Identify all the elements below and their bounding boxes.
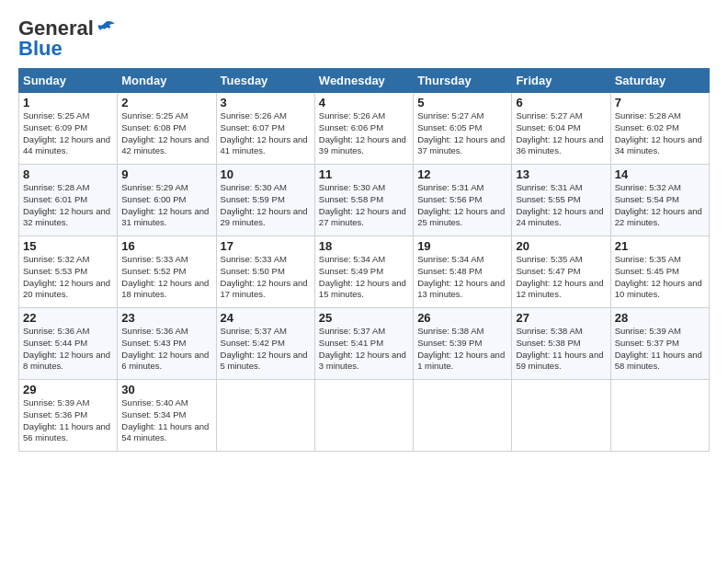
logo-bird-icon xyxy=(96,20,116,37)
day-cell: 28 Sunrise: 5:39 AM Sunset: 5:37 PM Dayl… xyxy=(610,308,709,380)
day-cell xyxy=(512,380,610,452)
day-info: Sunrise: 5:25 AM Sunset: 6:08 PM Dayligh… xyxy=(121,110,211,157)
day-cell: 25 Sunrise: 5:37 AM Sunset: 5:41 PM Dayl… xyxy=(314,308,413,380)
day-number: 10 xyxy=(221,167,311,181)
day-cell: 26 Sunrise: 5:38 AM Sunset: 5:39 PM Dayl… xyxy=(414,308,512,380)
day-cell: 23 Sunrise: 5:36 AM Sunset: 5:43 PM Dayl… xyxy=(118,308,216,380)
day-info: Sunrise: 5:28 AM Sunset: 6:01 PM Dayligh… xyxy=(23,182,113,229)
day-cell: 16 Sunrise: 5:33 AM Sunset: 5:52 PM Dayl… xyxy=(118,236,216,308)
day-number: 20 xyxy=(516,239,606,253)
day-number: 23 xyxy=(121,311,211,325)
day-number: 7 xyxy=(615,96,705,109)
day-cell: 15 Sunrise: 5:32 AM Sunset: 5:53 PM Dayl… xyxy=(19,236,118,308)
header-friday: Friday xyxy=(512,69,610,93)
header-saturday: Saturday xyxy=(610,69,709,93)
day-cell: 9 Sunrise: 5:29 AM Sunset: 6:00 PM Dayli… xyxy=(118,165,216,236)
day-cell: 19 Sunrise: 5:34 AM Sunset: 5:48 PM Dayl… xyxy=(414,236,512,308)
day-info: Sunrise: 5:30 AM Sunset: 5:59 PM Dayligh… xyxy=(221,182,311,229)
day-cell: 13 Sunrise: 5:31 AM Sunset: 5:55 PM Dayl… xyxy=(512,165,610,236)
day-cell xyxy=(414,380,512,452)
day-cell: 11 Sunrise: 5:30 AM Sunset: 5:58 PM Dayl… xyxy=(314,165,413,236)
header-sunday: Sunday xyxy=(19,69,118,93)
header-monday: Monday xyxy=(118,69,216,93)
day-info: Sunrise: 5:36 AM Sunset: 5:43 PM Dayligh… xyxy=(121,326,211,373)
day-info: Sunrise: 5:26 AM Sunset: 6:06 PM Dayligh… xyxy=(319,110,409,157)
week-row-5: 29 Sunrise: 5:39 AM Sunset: 5:36 PM Dayl… xyxy=(19,380,710,452)
day-number: 17 xyxy=(221,239,311,253)
day-info: Sunrise: 5:35 AM Sunset: 5:47 PM Dayligh… xyxy=(516,254,606,301)
day-cell: 22 Sunrise: 5:36 AM Sunset: 5:44 PM Dayl… xyxy=(19,308,118,380)
day-number: 27 xyxy=(516,311,606,325)
day-cell xyxy=(216,380,314,452)
day-cell: 14 Sunrise: 5:32 AM Sunset: 5:54 PM Dayl… xyxy=(610,165,709,236)
day-number: 12 xyxy=(417,167,507,181)
day-info: Sunrise: 5:32 AM Sunset: 5:54 PM Dayligh… xyxy=(615,182,705,229)
day-cell: 3 Sunrise: 5:26 AM Sunset: 6:07 PM Dayli… xyxy=(216,93,314,165)
week-row-3: 15 Sunrise: 5:32 AM Sunset: 5:53 PM Dayl… xyxy=(19,236,710,308)
day-cell: 27 Sunrise: 5:38 AM Sunset: 5:38 PM Dayl… xyxy=(512,308,610,380)
day-number: 28 xyxy=(615,311,705,325)
day-info: Sunrise: 5:25 AM Sunset: 6:09 PM Dayligh… xyxy=(23,110,113,157)
day-info: Sunrise: 5:38 AM Sunset: 5:38 PM Dayligh… xyxy=(516,326,606,373)
week-row-1: 1 Sunrise: 5:25 AM Sunset: 6:09 PM Dayli… xyxy=(19,93,710,165)
day-number: 6 xyxy=(516,96,606,109)
day-cell: 30 Sunrise: 5:40 AM Sunset: 5:34 PM Dayl… xyxy=(118,380,216,452)
day-cell: 5 Sunrise: 5:27 AM Sunset: 6:05 PM Dayli… xyxy=(414,93,512,165)
day-number: 11 xyxy=(319,167,409,181)
day-info: Sunrise: 5:32 AM Sunset: 5:53 PM Dayligh… xyxy=(23,254,113,301)
header-wednesday: Wednesday xyxy=(314,69,413,93)
day-cell: 2 Sunrise: 5:25 AM Sunset: 6:08 PM Dayli… xyxy=(118,93,216,165)
day-number: 29 xyxy=(23,383,113,396)
day-number: 9 xyxy=(121,167,211,181)
day-info: Sunrise: 5:38 AM Sunset: 5:39 PM Dayligh… xyxy=(417,326,507,373)
day-cell: 21 Sunrise: 5:35 AM Sunset: 5:45 PM Dayl… xyxy=(610,236,709,308)
day-number: 30 xyxy=(121,383,211,396)
day-cell: 1 Sunrise: 5:25 AM Sunset: 6:09 PM Dayli… xyxy=(19,93,118,165)
day-cell: 7 Sunrise: 5:28 AM Sunset: 6:02 PM Dayli… xyxy=(610,93,709,165)
day-number: 5 xyxy=(417,96,507,109)
logo: General Blue xyxy=(18,17,116,61)
day-number: 21 xyxy=(615,239,705,253)
day-cell: 20 Sunrise: 5:35 AM Sunset: 5:47 PM Dayl… xyxy=(512,236,610,308)
day-cell: 6 Sunrise: 5:27 AM Sunset: 6:04 PM Dayli… xyxy=(512,93,610,165)
day-number: 4 xyxy=(319,96,409,109)
day-info: Sunrise: 5:33 AM Sunset: 5:52 PM Dayligh… xyxy=(121,254,211,301)
day-number: 26 xyxy=(417,311,507,325)
day-number: 14 xyxy=(615,167,705,181)
day-info: Sunrise: 5:39 AM Sunset: 5:36 PM Dayligh… xyxy=(23,397,113,444)
day-number: 13 xyxy=(516,167,606,181)
day-info: Sunrise: 5:27 AM Sunset: 6:05 PM Dayligh… xyxy=(417,110,507,157)
day-info: Sunrise: 5:34 AM Sunset: 5:48 PM Dayligh… xyxy=(417,254,507,301)
day-info: Sunrise: 5:37 AM Sunset: 5:41 PM Dayligh… xyxy=(319,326,409,373)
day-info: Sunrise: 5:29 AM Sunset: 6:00 PM Dayligh… xyxy=(121,182,211,229)
day-number: 22 xyxy=(23,311,113,325)
day-info: Sunrise: 5:26 AM Sunset: 6:07 PM Dayligh… xyxy=(221,110,311,157)
day-info: Sunrise: 5:33 AM Sunset: 5:50 PM Dayligh… xyxy=(221,254,311,301)
day-number: 3 xyxy=(221,96,311,109)
day-number: 1 xyxy=(23,96,113,109)
day-number: 2 xyxy=(121,96,211,109)
day-info: Sunrise: 5:31 AM Sunset: 5:55 PM Dayligh… xyxy=(516,182,606,229)
day-cell xyxy=(314,380,413,452)
day-info: Sunrise: 5:27 AM Sunset: 6:04 PM Dayligh… xyxy=(516,110,606,157)
day-cell: 18 Sunrise: 5:34 AM Sunset: 5:49 PM Dayl… xyxy=(314,236,413,308)
day-info: Sunrise: 5:36 AM Sunset: 5:44 PM Dayligh… xyxy=(23,326,113,373)
day-cell: 17 Sunrise: 5:33 AM Sunset: 5:50 PM Dayl… xyxy=(216,236,314,308)
day-info: Sunrise: 5:39 AM Sunset: 5:37 PM Dayligh… xyxy=(615,326,705,373)
day-number: 19 xyxy=(417,239,507,253)
day-number: 15 xyxy=(23,239,113,253)
day-number: 16 xyxy=(121,239,211,253)
day-info: Sunrise: 5:35 AM Sunset: 5:45 PM Dayligh… xyxy=(615,254,705,301)
week-row-2: 8 Sunrise: 5:28 AM Sunset: 6:01 PM Dayli… xyxy=(19,165,710,236)
day-cell: 8 Sunrise: 5:28 AM Sunset: 6:01 PM Dayli… xyxy=(19,165,118,236)
calendar-table: SundayMondayTuesdayWednesdayThursdayFrid… xyxy=(18,68,710,452)
header-tuesday: Tuesday xyxy=(216,69,314,93)
day-cell: 10 Sunrise: 5:30 AM Sunset: 5:59 PM Dayl… xyxy=(216,165,314,236)
day-info: Sunrise: 5:28 AM Sunset: 6:02 PM Dayligh… xyxy=(615,110,705,157)
day-number: 24 xyxy=(221,311,311,325)
day-number: 8 xyxy=(23,167,113,181)
day-number: 18 xyxy=(319,239,409,253)
day-info: Sunrise: 5:30 AM Sunset: 5:58 PM Dayligh… xyxy=(319,182,409,229)
day-info: Sunrise: 5:40 AM Sunset: 5:34 PM Dayligh… xyxy=(121,397,211,444)
day-info: Sunrise: 5:34 AM Sunset: 5:49 PM Dayligh… xyxy=(319,254,409,301)
